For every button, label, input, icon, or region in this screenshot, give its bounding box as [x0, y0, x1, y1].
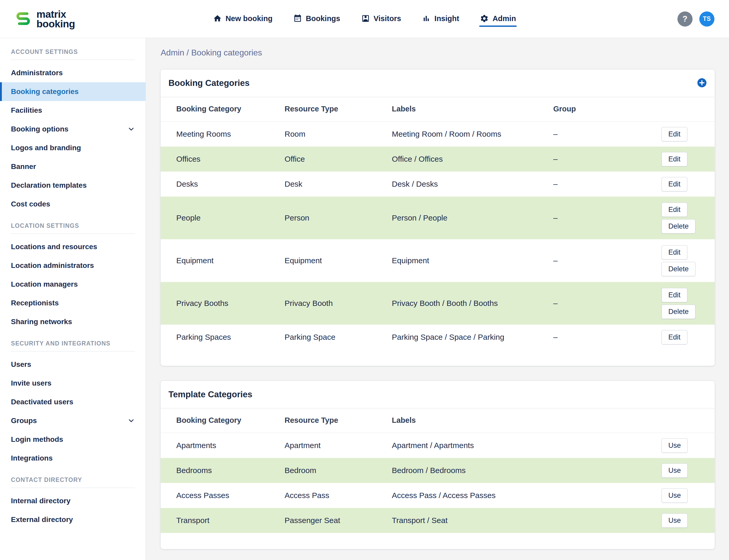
sidebar-item-label: Locations and resources	[11, 243, 97, 251]
resource-type-cell: Apartment	[285, 441, 392, 450]
actions-cell: Edit	[662, 148, 699, 171]
edit-button[interactable]: Edit	[662, 330, 687, 344]
divider	[11, 488, 135, 488]
nav-visitors[interactable]: Visitors	[361, 11, 402, 27]
sidebar-item-deactivated-users[interactable]: Deactivated users	[0, 393, 146, 411]
actions-cell: EditDelete	[662, 284, 699, 323]
sidebar-item-label: Declaration templates	[11, 181, 87, 190]
sidebar-item-label: Banner	[11, 162, 36, 171]
row-desks: DesksDeskDesk / Desks–Edit	[161, 172, 715, 197]
sidebar-item-label: Integrations	[11, 454, 53, 462]
row-bedrooms: BedroomsBedroomBedroom / BedroomsUse	[161, 458, 715, 483]
sidebar-section-title: CONTACT DIRECTORY	[0, 476, 146, 483]
nav-label: Insight	[435, 14, 459, 23]
breadcrumb[interactable]: Admin / Booking categories	[161, 48, 715, 58]
edit-button[interactable]: Edit	[662, 127, 687, 141]
sidebar-item-logos-and-branding[interactable]: Logos and branding	[0, 139, 146, 157]
home-icon	[213, 14, 222, 23]
use-button[interactable]: Use	[662, 488, 688, 503]
sidebar-item-internal-directory[interactable]: Internal directory	[0, 492, 146, 510]
labels-cell: Transport / Seat	[392, 516, 553, 525]
labels-cell: Access Pass / Access Passes	[392, 491, 553, 500]
sidebar-item-invite-users[interactable]: Invite users	[0, 374, 146, 393]
labels-cell: Privacy Booth / Booth / Booths	[392, 299, 553, 308]
resource-type-cell: Parking Space	[285, 333, 392, 342]
use-button[interactable]: Use	[662, 463, 688, 478]
sidebar-section-title: SECURITY AND INTEGRATIONS	[0, 340, 146, 347]
edit-button[interactable]: Edit	[662, 152, 687, 166]
column-header-resource-type: Resource Type	[285, 416, 392, 425]
column-header-group: Group	[553, 105, 662, 113]
category-cell: Bedrooms	[176, 466, 285, 475]
bar-chart-icon	[422, 14, 431, 23]
add-category-button[interactable]	[697, 78, 707, 89]
labels-cell: Person / People	[392, 213, 553, 222]
use-button[interactable]: Use	[662, 513, 688, 528]
edit-button[interactable]: Edit	[662, 288, 687, 302]
nav-bookings[interactable]: Bookings	[293, 11, 341, 27]
column-header-booking-category: Booking Category	[176, 105, 285, 113]
sidebar-item-integrations[interactable]: Integrations	[0, 449, 146, 468]
sidebar-item-location-managers[interactable]: Location managers	[0, 275, 146, 294]
sidebar-item-booking-options[interactable]: Booking options	[0, 120, 146, 139]
sidebar-item-label: Location managers	[11, 280, 78, 288]
matrix-booking-logo-icon	[15, 10, 32, 28]
template-categories-header: Template Categories	[161, 381, 715, 408]
sidebar-item-sharing-networks[interactable]: Sharing networks	[0, 312, 146, 331]
group-cell: –	[553, 130, 662, 139]
resource-type-cell: Access Pass	[285, 491, 392, 500]
delete-button[interactable]: Delete	[662, 262, 695, 276]
table-header-row: Booking CategoryResource TypeLabels	[161, 408, 715, 433]
sidebar-item-external-directory[interactable]: External directory	[0, 510, 146, 529]
help-button[interactable]: ?	[677, 11, 693, 27]
edit-button[interactable]: Edit	[662, 177, 687, 191]
sidebar-item-groups[interactable]: Groups	[0, 411, 146, 430]
nav-admin[interactable]: Admin	[480, 11, 517, 27]
sidebar-item-locations-and-resources[interactable]: Locations and resources	[0, 237, 146, 256]
sidebar-item-administrators[interactable]: Administrators	[0, 64, 146, 82]
use-button[interactable]: Use	[662, 438, 688, 453]
sidebar-item-label: Receptionists	[11, 299, 59, 307]
actions-cell: Edit	[662, 123, 699, 146]
page-layout: ACCOUNT SETTINGSAdministratorsBooking ca…	[0, 38, 729, 560]
sidebar-item-label: Location administrators	[11, 261, 94, 270]
sidebar-item-label: Deactivated users	[11, 398, 73, 406]
edit-button[interactable]: Edit	[662, 245, 687, 260]
category-cell: People	[176, 213, 285, 222]
sidebar-item-declaration-templates[interactable]: Declaration templates	[0, 176, 146, 195]
brand-logo[interactable]: matrix booking	[15, 9, 75, 29]
row-equipment: EquipmentEquipmentEquipment–EditDelete	[161, 239, 715, 282]
resource-type-cell: Room	[285, 130, 392, 139]
row-apartments: ApartmentsApartmentApartment / Apartment…	[161, 433, 715, 458]
row-meeting-rooms: Meeting RoomsRoomMeeting Room / Room / R…	[161, 122, 715, 147]
sidebar-section-title: ACCOUNT SETTINGS	[0, 48, 146, 55]
edit-button[interactable]: Edit	[662, 203, 687, 217]
sidebar-item-users[interactable]: Users	[0, 355, 146, 374]
row-offices: OfficesOfficeOffice / Offices–Edit	[161, 147, 715, 172]
sidebar-item-facilities[interactable]: Facilities	[0, 101, 146, 120]
group-cell: –	[553, 213, 662, 222]
sidebar-item-booking-categories[interactable]: Booking categories	[0, 82, 146, 101]
booking-categories-table: Booking CategoryResource TypeLabelsGroup…	[161, 97, 715, 366]
sidebar-item-login-methods[interactable]: Login methods	[0, 430, 146, 449]
sidebar-item-location-administrators[interactable]: Location administrators	[0, 256, 146, 275]
visitor-badge-icon	[361, 14, 370, 23]
category-cell: Privacy Booths	[176, 299, 285, 308]
delete-button[interactable]: Delete	[662, 219, 695, 234]
sidebar-item-cost-codes[interactable]: Cost codes	[0, 195, 146, 213]
sidebar-item-receptionists[interactable]: Receptionists	[0, 294, 146, 312]
column-header-booking-category: Booking Category	[176, 416, 285, 425]
actions-cell: Edit	[662, 173, 699, 196]
delete-button[interactable]: Delete	[662, 305, 695, 319]
avatar[interactable]: TS	[699, 11, 714, 27]
nav-new-booking[interactable]: New booking	[212, 11, 273, 27]
sidebar-item-label: Booking options	[11, 125, 68, 133]
actions-cell: EditDelete	[662, 198, 699, 238]
sidebar-item-banner[interactable]: Banner	[0, 157, 146, 176]
sidebar-section-location-settings: LOCATION SETTINGSLocations and resources…	[0, 222, 146, 331]
category-cell: Parking Spaces	[176, 333, 285, 342]
nav-insight[interactable]: Insight	[422, 11, 460, 27]
sidebar-section-title: LOCATION SETTINGS	[0, 222, 146, 229]
template-categories-table: Booking CategoryResource TypeLabelsApart…	[161, 408, 715, 549]
main-content: Admin / Booking categories Booking Categ…	[146, 38, 729, 560]
